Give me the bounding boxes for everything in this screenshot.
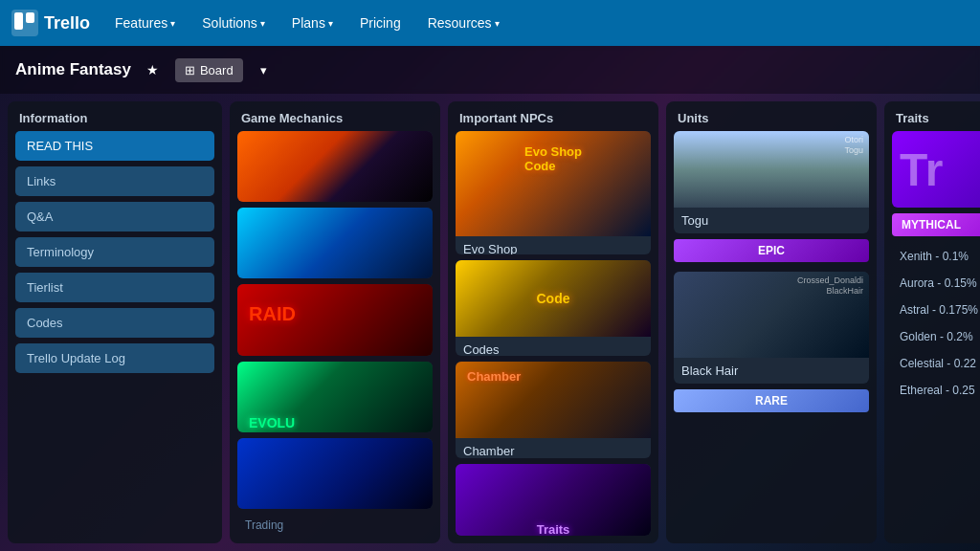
top-navigation: Trello Features ▾ Solutions ▾ Plans ▾ Pr…: [0, 0, 980, 46]
card-evo-shop-label: Evo Shop: [456, 236, 651, 254]
nav-solutions[interactable]: Solutions ▾: [192, 10, 275, 36]
list-important-npcs-header: Important NPCs: [448, 101, 658, 131]
list-game-mechanics: Game Mechanics Story Summon RAID: [230, 101, 440, 543]
svg-rect-2: [26, 12, 34, 23]
card-portals[interactable]: Portals: [237, 438, 433, 509]
codes-text-overlay: Code: [537, 291, 570, 306]
sidebar-terminology[interactable]: Terminology: [15, 237, 214, 267]
sidebar-qa[interactable]: Q&A: [15, 202, 214, 231]
card-codes[interactable]: Code Codes: [456, 260, 651, 357]
card-story[interactable]: Story: [237, 131, 433, 202]
badge-rare: RARE: [674, 389, 869, 412]
list-important-npcs-body: Evo ShopCode Evo Shop Code Codes Chamber…: [448, 131, 658, 543]
trait-xenith: Xenith - 0.1%: [892, 246, 980, 267]
list-units-header: Units: [666, 101, 877, 131]
traits-hero-image: Tr: [892, 131, 980, 208]
board-title: Anime Fantasy: [15, 60, 131, 79]
card-chamber-label: Chamber: [456, 438, 651, 458]
board-star-button[interactable]: ★: [141, 57, 166, 82]
badge-epic: EPIC: [674, 239, 869, 262]
board-icon: ⊞: [185, 63, 195, 77]
card-trading-text: Trading: [237, 515, 433, 536]
trait-ethereal: Ethereal - 0.25: [892, 380, 980, 401]
list-traits-body: Tr MYTHICAL Xenith - 0.1% Aurora - 0.15%…: [884, 131, 980, 543]
list-units: Units OtoriTogu Togu EPIC Crossed_Donald…: [666, 101, 877, 543]
card-codes-label: Codes: [456, 337, 651, 357]
resources-chevron-icon: ▾: [495, 18, 500, 29]
svg-rect-1: [14, 12, 23, 30]
card-black-hair-label: Black Hair: [674, 358, 869, 384]
sidebar-trello-update-log[interactable]: Trello Update Log: [15, 343, 214, 373]
list-important-npcs: Important NPCs Evo ShopCode Evo Shop Cod…: [448, 101, 658, 543]
nav-pricing[interactable]: Pricing: [350, 10, 411, 36]
card-evo-shop[interactable]: Evo ShopCode Evo Shop: [456, 131, 651, 254]
badge-mythical: MYTHICAL: [892, 213, 980, 236]
togu-npc-overlay: OtoriTogu: [844, 135, 863, 156]
nav-resources[interactable]: Resources ▾: [418, 10, 509, 36]
traits-npc-text-overlay: Traits: [537, 522, 570, 536]
trait-astral: Astral - 0.175%: [892, 299, 980, 320]
sidebar-read-this[interactable]: READ THIS: [15, 131, 214, 161]
nav-features[interactable]: Features ▾: [105, 10, 185, 36]
list-information: Information READ THIS Links Q&A Terminol…: [8, 101, 222, 543]
trello-logo[interactable]: Trello: [11, 10, 90, 36]
card-chamber[interactable]: Chamber Chamber: [456, 362, 651, 458]
list-information-body: READ THIS Links Q&A Terminology Tierlist…: [8, 131, 222, 543]
card-togu-label: Togu: [674, 208, 869, 233]
sidebar-tierlist[interactable]: Tierlist: [15, 273, 214, 302]
trait-golden: Golden - 0.2%: [892, 326, 980, 347]
plans-chevron-icon: ▾: [328, 18, 333, 29]
traits-partial-text: Tr: [900, 143, 943, 196]
card-black-hair[interactable]: Crossed_DonaldiBlackHair Black Hair: [674, 272, 869, 384]
sidebar-codes[interactable]: Codes: [15, 308, 214, 338]
evoshop-text-overlay: Evo ShopCode: [524, 144, 582, 173]
nav-plans[interactable]: Plans ▾: [282, 10, 343, 36]
list-game-mechanics-body: Story Summon RAID Raids: [230, 131, 440, 543]
list-game-mechanics-header: Game Mechanics: [230, 101, 440, 131]
blackhair-overlay: Crossed_DonaldiBlackHair: [797, 276, 863, 297]
board-header: Anime Fantasy ★ ⊞ Board ▾: [0, 46, 980, 94]
list-traits-header: Traits: [884, 101, 980, 131]
sidebar-links[interactable]: Links: [15, 166, 214, 196]
trait-aurora: Aurora - 0.15%: [892, 273, 980, 294]
card-togu[interactable]: OtoriTogu Togu: [674, 131, 869, 233]
card-traits-npc[interactable]: Traits: [456, 464, 651, 536]
card-summon[interactable]: Summon: [237, 208, 433, 278]
board-content: Information READ THIS Links Q&A Terminol…: [0, 94, 980, 551]
evolution-text-overlay: EVOLU: [249, 415, 295, 430]
solutions-chevron-icon: ▾: [260, 18, 265, 29]
features-chevron-icon: ▾: [170, 18, 175, 29]
list-units-body: OtoriTogu Togu EPIC Crossed_DonaldiBlack…: [666, 131, 877, 543]
board-expand-button[interactable]: ▾: [253, 58, 275, 82]
list-information-header: Information: [8, 101, 222, 131]
board-view-button[interactable]: ⊞ Board: [175, 58, 243, 82]
card-raids[interactable]: RAID Raids: [237, 284, 433, 355]
trait-celestial: Celestial - 0.22: [892, 353, 980, 374]
raids-text-overlay: RAID: [249, 303, 296, 325]
list-traits: Traits Tr MYTHICAL Xenith - 0.1% Aurora …: [884, 101, 980, 543]
chamber-text-overlay: Chamber: [467, 369, 521, 384]
card-evolution[interactable]: EVOLU Evolution: [237, 362, 433, 432]
